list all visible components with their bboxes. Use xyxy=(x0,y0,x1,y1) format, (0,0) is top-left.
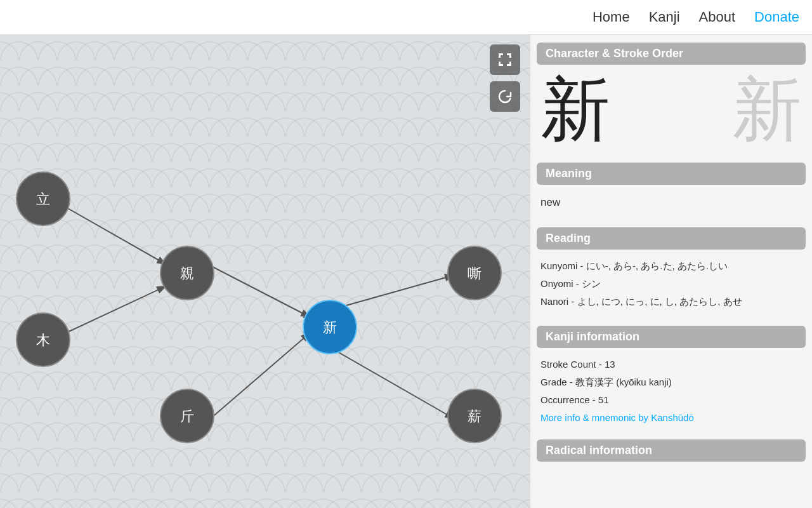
info-panel: Character & Stroke Order 新 新 Meaning new… xyxy=(530,35,812,508)
reading-content: Kunyomi - にい-, あら-, あら.た, あたら.しい Onyomi … xyxy=(530,255,812,318)
main-nav: Home Kanji About Donate xyxy=(593,9,799,25)
header: Home Kanji About Donate xyxy=(0,0,812,35)
main-character: 新 xyxy=(540,75,610,145)
svg-text:立: 立 xyxy=(36,191,50,207)
onyomi: Onyomi - シン xyxy=(540,276,802,291)
svg-text:嘶: 嘶 xyxy=(468,265,481,281)
reading-section-header: Reading xyxy=(537,227,806,250)
node-tatsu[interactable]: 立 xyxy=(16,172,70,225)
meaning-text: new xyxy=(540,194,802,211)
nav-donate[interactable]: Donate xyxy=(754,9,799,25)
meaning-section-title: Meaning xyxy=(546,167,592,180)
onyomi-value: シン xyxy=(582,278,601,289)
secondary-character: 新 xyxy=(732,75,802,145)
occurrence: Occurrence - 51 xyxy=(540,392,802,408)
kunyomi-value: にい-, あら-, あら.た, あたら.しい xyxy=(586,260,728,271)
svg-text:新: 新 xyxy=(323,319,337,335)
main-layout: 新親立木斤嘶薪 Character & Stroke Order 新 新 xyxy=(0,35,812,508)
nanori-value: よし, につ, にっ, に, し, あたらし, あせ xyxy=(577,296,742,307)
kunyomi-label: Kunyomi - xyxy=(540,260,586,271)
character-section-header: Character & Stroke Order xyxy=(537,43,806,65)
nav-home[interactable]: Home xyxy=(593,9,630,25)
onyomi-label: Onyomi - xyxy=(540,278,582,289)
reading-section-title: Reading xyxy=(546,232,591,244)
node-oya[interactable]: 親 xyxy=(160,246,214,300)
kanji-graph[interactable]: 新親立木斤嘶薪 xyxy=(0,35,530,508)
meaning-content: new xyxy=(530,190,812,220)
kanji-info-section-header: Kanji information xyxy=(537,326,806,348)
radical-section-header: Radical information xyxy=(537,439,806,462)
stroke-count: Stroke Count - 13 xyxy=(540,357,802,372)
kanshudo-link[interactable]: More info & mnemonic by Kanshūdō xyxy=(540,412,694,423)
svg-text:親: 親 xyxy=(180,265,194,281)
node-ki[interactable]: 木 xyxy=(16,313,70,366)
node-shin[interactable]: 新 xyxy=(303,300,357,354)
graph-panel: 新親立木斤嘶薪 xyxy=(0,35,530,508)
svg-line-3 xyxy=(62,286,167,335)
radical-section-title: Radical information xyxy=(546,444,652,457)
node-sawa[interactable]: 嘶 xyxy=(448,246,501,300)
kunyomi: Kunyomi - にい-, あら-, あら.た, あたら.しい xyxy=(540,258,802,274)
svg-text:薪: 薪 xyxy=(468,408,481,424)
grade-text: Grade - 教育漢字 (kyōiku kanji) xyxy=(540,377,672,387)
grade: Grade - 教育漢字 (kyōiku kanji) xyxy=(540,375,802,390)
node-taki[interactable]: 薪 xyxy=(448,389,501,443)
node-ono[interactable]: 斤 xyxy=(160,389,214,443)
nanori: Nanori - よし, につ, にっ, に, し, あたらし, あせ xyxy=(540,294,802,309)
meaning-section-header: Meaning xyxy=(537,163,806,185)
character-display: 新 新 xyxy=(530,70,812,155)
kanji-info-section-title: Kanji information xyxy=(546,330,639,343)
nav-kanji[interactable]: Kanji xyxy=(649,9,680,25)
svg-text:木: 木 xyxy=(36,332,50,348)
svg-line-4 xyxy=(206,332,311,422)
svg-line-1 xyxy=(206,264,311,318)
nanori-label: Nanori - xyxy=(540,296,577,307)
nav-about[interactable]: About xyxy=(699,9,736,25)
fullscreen-button[interactable] xyxy=(490,44,520,75)
reset-button[interactable] xyxy=(490,81,520,112)
kanji-info-content: Stroke Count - 13 Grade - 教育漢字 (kyōiku k… xyxy=(530,353,812,432)
svg-line-2 xyxy=(62,205,167,265)
graph-controls xyxy=(490,44,520,112)
character-section-title: Character & Stroke Order xyxy=(546,47,683,60)
svg-text:斤: 斤 xyxy=(180,408,194,424)
